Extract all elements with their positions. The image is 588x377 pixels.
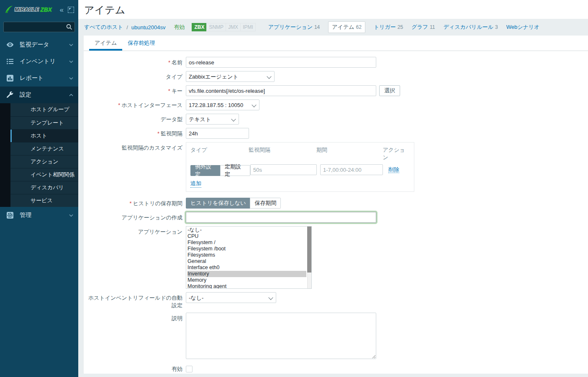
flexible-option[interactable]: 例外設定 xyxy=(190,165,221,176)
new-application-input[interactable] xyxy=(186,212,376,223)
update-interval-label: 監視間隔 xyxy=(161,130,182,137)
col-interval: 監視間隔 xyxy=(249,146,316,161)
gear-icon xyxy=(6,211,14,219)
required-mark: * xyxy=(118,102,120,108)
nav-web-scenarios[interactable]: Webシナリオ xyxy=(506,23,540,31)
search-input[interactable] xyxy=(3,22,75,32)
page-title: アイテム xyxy=(78,0,588,17)
nav-discovery-rules[interactable]: ディスカバリルール3 xyxy=(444,23,498,31)
col-action: アクション xyxy=(383,146,410,161)
key-input[interactable] xyxy=(186,85,376,96)
application-option[interactable]: -なし- xyxy=(187,227,306,233)
logo-product-text: ZBX xyxy=(40,6,52,13)
nav-items[interactable]: アイテム62 xyxy=(328,21,365,33)
scrollbar-thumb[interactable] xyxy=(307,227,311,273)
breadcrumb: すべてのホスト / ubuntu2004sv 有効 ZBX SNMP JMX I… xyxy=(78,19,588,36)
scheduling-option[interactable]: 定期設定 xyxy=(220,165,250,176)
sidebar-item-monitoring[interactable]: 監視データ xyxy=(0,36,78,53)
sidebar-item-services[interactable]: サービス xyxy=(10,194,78,207)
kiosk-mode-icon[interactable] xyxy=(68,7,74,13)
type-select[interactable]: Zabbixエージェント xyxy=(186,71,275,82)
logo-brand-text: MIRACLE xyxy=(15,7,39,13)
collapse-sidebar-icon[interactable]: « xyxy=(58,5,65,14)
item-form: *名前 タイプ Zabbixエージェント *キー 選択 *ホストインターフェース… xyxy=(84,51,588,377)
chevron-down-icon xyxy=(69,77,73,80)
discovery-rules-count: 3 xyxy=(495,24,498,30)
breadcrumb-all-hosts-link[interactable]: すべてのホスト xyxy=(84,23,123,31)
breadcrumb-host-link[interactable]: ubuntu2004sv xyxy=(131,24,166,31)
application-option[interactable]: Filesystem / xyxy=(187,239,306,246)
application-option[interactable]: CPU xyxy=(187,233,306,239)
sidebar-search xyxy=(0,19,78,36)
applications-listbox[interactable]: -なし- CPU Filesystem / Filesystem /boot F… xyxy=(186,226,312,289)
data-type-select[interactable]: テキスト xyxy=(186,114,239,125)
miracle-zbx-logo[interactable]: MIRACLE ZBX xyxy=(4,5,56,14)
sidebar-item-maintenance[interactable]: メンテナンス xyxy=(10,142,78,155)
sidebar-item-event-correlation[interactable]: イベント相関関係 xyxy=(10,168,78,181)
application-option[interactable]: General xyxy=(187,258,306,265)
tab-preprocessing[interactable]: 保存前処理 xyxy=(122,36,160,51)
nav-triggers[interactable]: トリガー25 xyxy=(374,23,403,31)
sidebar-item-inventory[interactable]: インベントリ xyxy=(0,53,78,70)
sidebar-item-label: インベントリ xyxy=(20,58,64,65)
breadcrumb-separator: / xyxy=(126,24,128,31)
storage-period-option[interactable]: 保存期間 xyxy=(250,198,281,209)
application-option-selected[interactable]: Inventory xyxy=(187,271,306,277)
sidebar-item-administration[interactable]: 管理 xyxy=(0,207,78,224)
chevron-down-icon xyxy=(69,214,73,217)
no-history-option[interactable]: ヒストリを保存しない xyxy=(186,198,250,209)
interval-type-segmented: 例外設定 定期設定 xyxy=(190,165,250,176)
interface-availability-badges: ZBX SNMP JMX IPMI xyxy=(192,23,255,31)
rocket-icon xyxy=(4,5,13,14)
key-select-button[interactable]: 選択 xyxy=(379,85,400,96)
add-interval-link[interactable]: 追加 xyxy=(190,180,201,188)
listbox-scrollbar[interactable] xyxy=(307,227,311,288)
enabled-checkbox[interactable] xyxy=(186,366,193,372)
enabled-label: 有効 xyxy=(84,365,182,373)
sidebar-item-label: 監視データ xyxy=(20,41,64,48)
new-application-label: アプリケーションの作成 xyxy=(84,212,182,222)
items-count: 62 xyxy=(356,24,362,30)
host-interface-label: ホストインターフェース xyxy=(121,102,182,108)
tab-item[interactable]: アイテム xyxy=(89,36,122,51)
inventory-link-select[interactable]: -なし- xyxy=(186,292,276,303)
host-interface-select[interactable]: 172.28.187.55 : 10050 xyxy=(186,99,259,110)
page-header: アイテム xyxy=(78,0,588,19)
custom-period-input[interactable] xyxy=(320,164,383,175)
sidebar-item-configuration[interactable]: 設定 xyxy=(0,87,78,103)
jmx-availability-badge: JMX xyxy=(226,23,241,31)
application-option[interactable]: Filesystems xyxy=(187,252,306,258)
application-option[interactable]: Interface eth0 xyxy=(187,265,306,271)
history-label: ヒストリの保存期間 xyxy=(133,200,182,206)
wrench-icon xyxy=(6,91,14,99)
bar-chart-icon xyxy=(6,74,14,82)
name-label: 名前 xyxy=(172,59,182,66)
chevron-up-icon xyxy=(69,94,73,97)
name-input[interactable] xyxy=(186,57,376,68)
update-interval-input[interactable] xyxy=(186,128,249,139)
key-label: キー xyxy=(172,88,182,94)
chevron-down-icon xyxy=(69,60,73,63)
list-icon xyxy=(6,57,14,66)
required-mark: * xyxy=(129,200,131,206)
sidebar-item-host-groups[interactable]: ホストグループ xyxy=(10,103,78,116)
application-option[interactable]: Filesystem /boot xyxy=(187,246,306,252)
sidebar-item-hosts[interactable]: ホスト xyxy=(10,129,78,142)
eye-icon xyxy=(6,41,14,49)
application-option[interactable]: Memory xyxy=(187,277,306,283)
nav-applications[interactable]: アプリケーション14 xyxy=(268,23,320,31)
sidebar-item-reports[interactable]: レポート xyxy=(0,70,78,87)
graphs-count: 11 xyxy=(430,24,435,30)
remove-interval-link[interactable]: 削除 xyxy=(388,166,399,173)
sidebar-item-discovery[interactable]: ディスカバリ xyxy=(10,181,78,194)
nav-graphs[interactable]: グラフ11 xyxy=(411,23,435,31)
sidebar-item-actions[interactable]: アクション xyxy=(10,155,78,168)
entity-nav: アプリケーション14 アイテム62 トリガー25 グラフ11 ディスカバリルール… xyxy=(268,21,540,33)
custom-interval-input[interactable] xyxy=(250,164,317,175)
sidebar-header: MIRACLE ZBX « xyxy=(0,0,78,19)
description-textarea[interactable] xyxy=(186,313,376,359)
application-option[interactable]: Monitoring agent xyxy=(187,283,306,289)
required-mark: * xyxy=(168,88,170,94)
sidebar-item-label: レポート xyxy=(20,74,64,82)
sidebar-item-templates[interactable]: テンプレート xyxy=(10,116,78,129)
